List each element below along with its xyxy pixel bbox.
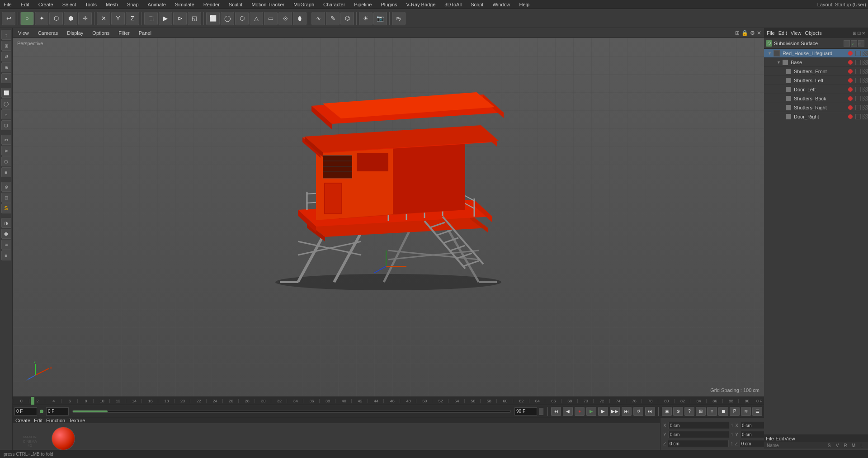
sidebar-axis[interactable]: ⊗ <box>1 182 11 192</box>
tick-38[interactable]: 38 <box>319 399 335 403</box>
render-region-button[interactable]: ⬚ <box>144 12 158 25</box>
tick-66[interactable]: 66 <box>545 399 561 403</box>
tick-80[interactable]: 80 <box>658 399 674 403</box>
tick-44[interactable]: 44 <box>368 399 384 403</box>
menu-window[interactable]: Window <box>491 2 512 7</box>
tick-28[interactable]: 28 <box>238 399 255 403</box>
tick-78[interactable]: 78 <box>642 399 658 403</box>
tick-58[interactable]: 58 <box>480 399 496 403</box>
tick-32[interactable]: 32 <box>271 399 287 403</box>
list-icon[interactable]: ☰ <box>752 407 762 416</box>
tick-54[interactable]: 54 <box>448 399 464 403</box>
sidebar-texture2[interactable]: ⬢ <box>1 229 11 239</box>
goto-end-button[interactable]: ⏭ <box>622 407 632 416</box>
sidebar-select-live[interactable]: ● <box>1 73 11 83</box>
mat-function[interactable]: Function <box>46 418 65 423</box>
menu-snap[interactable]: Snap <box>125 2 141 7</box>
menu-motiontracker[interactable]: Motion Tracker <box>250 2 286 7</box>
menu-create[interactable]: Create <box>37 2 55 7</box>
stop2-icon[interactable]: ◼ <box>718 407 728 416</box>
obj-header-objects[interactable]: Objects <box>805 30 821 36</box>
current-frame-input[interactable] <box>14 407 37 416</box>
tick-40[interactable]: 40 <box>335 399 351 403</box>
sidebar-layer[interactable]: ≡ <box>1 250 11 260</box>
tick-4[interactable]: 4 <box>45 399 61 403</box>
tool-xref[interactable]: ✕ <box>97 12 110 25</box>
tick-8[interactable]: 8 <box>77 399 94 403</box>
sidebar-s[interactable]: S <box>1 203 11 213</box>
subdiv-ctrl2[interactable]: ✓ <box>851 40 857 47</box>
menu-edit[interactable]: Edit <box>19 2 31 7</box>
tool-camera[interactable]: 📷 <box>373 12 387 25</box>
tool-sphere[interactable]: ◯ <box>221 12 234 25</box>
sidebar-lasso[interactable]: ⌂ <box>1 109 11 119</box>
undo-button[interactable]: ↩ <box>2 12 15 25</box>
tool-box[interactable]: ⬜ <box>206 12 220 25</box>
obj-header-edit[interactable]: Edit <box>778 30 787 36</box>
render-pv-button[interactable]: ◱ <box>188 12 201 25</box>
sidebar-circle-select[interactable]: ◯ <box>1 99 11 109</box>
menu-sculpt[interactable]: Sculpt <box>227 2 245 7</box>
timeline-playhead[interactable] <box>31 397 34 405</box>
tool-python[interactable]: Py <box>392 12 406 25</box>
menu-render[interactable]: Render <box>202 2 222 7</box>
tick-10[interactable]: 10 <box>93 399 109 403</box>
obj-header-view[interactable]: View <box>791 30 802 36</box>
obj-header-file[interactable]: File <box>767 30 775 36</box>
obj-manager-icon1[interactable]: ⊞ <box>853 31 856 36</box>
menu-script[interactable]: Script <box>469 2 485 7</box>
mat-edit[interactable]: Edit <box>34 418 42 423</box>
stop-icon[interactable]: ⊗ <box>673 407 683 416</box>
tick-84[interactable]: 84 <box>690 399 706 403</box>
viewport-menu-cameras[interactable]: Cameras <box>35 29 61 37</box>
tick-62[interactable]: 62 <box>513 399 529 403</box>
mode-uv-button[interactable]: ✛ <box>78 12 92 25</box>
tool-capsule[interactable]: ⬮ <box>293 12 307 25</box>
obj-manager-icon2[interactable]: ⊡ <box>857 31 861 36</box>
viewport[interactable]: Perspective <box>13 38 764 397</box>
menu-character[interactable]: Character <box>321 2 347 7</box>
tick-70[interactable]: 70 <box>577 399 594 403</box>
viewport-settings-icon[interactable]: ⚙ <box>750 30 755 36</box>
obj-chk-2[interactable] <box>855 69 861 74</box>
viewport-menu-display[interactable]: Display <box>64 29 86 37</box>
menu-mograph[interactable]: MoGraph <box>292 2 316 7</box>
layer-icon[interactable]: ≡ <box>707 407 717 416</box>
mode-edges-button[interactable]: ⬡ <box>49 12 63 25</box>
mat-create[interactable]: Create <box>15 418 30 423</box>
sidebar-scale[interactable]: ⊞ <box>1 41 11 51</box>
tick-60[interactable]: 60 <box>496 399 513 403</box>
tick-68[interactable]: 68 <box>561 399 577 403</box>
snap-icon[interactable]: ⊞ <box>696 407 706 416</box>
mat-texture[interactable]: Texture <box>69 418 85 423</box>
sidebar-rotate[interactable]: ↺ <box>1 52 11 61</box>
tool-spline[interactable]: ∿ <box>311 12 325 25</box>
tick-12[interactable]: 12 <box>109 399 126 403</box>
tick-42[interactable]: 42 <box>351 399 368 403</box>
play-button[interactable]: ▶ <box>586 407 596 416</box>
viewport-lock-icon[interactable]: 🔒 <box>741 30 748 36</box>
mode-object-button[interactable]: ○ <box>20 12 34 25</box>
end-frame-stepper[interactable] <box>539 408 543 415</box>
goto-end2-button[interactable]: ⏭ <box>645 407 655 416</box>
obj-chk-6[interactable] <box>855 105 861 110</box>
tick-64[interactable]: 64 <box>529 399 545 403</box>
menu-file[interactable]: File <box>2 2 14 7</box>
render-all-button[interactable]: ⊳ <box>173 12 187 25</box>
obj-shutters-front[interactable]: Shutters_Front <box>764 67 868 76</box>
viewport-menu-panel[interactable]: Panel <box>136 29 154 37</box>
x-position-input[interactable] <box>668 422 729 429</box>
tick-36[interactable]: 36 <box>303 399 319 403</box>
tick-82[interactable]: 82 <box>674 399 690 403</box>
tick-50[interactable]: 50 <box>416 399 432 403</box>
menu-select[interactable]: Select <box>61 2 78 7</box>
tick-22[interactable]: 22 <box>190 399 206 403</box>
obj-manager-icon3[interactable]: ✕ <box>862 31 865 36</box>
subdiv-ctrl3[interactable]: ⊞ <box>858 40 864 47</box>
tick-6[interactable]: 6 <box>61 399 77 403</box>
viewport-close-icon[interactable]: ✕ <box>757 30 761 36</box>
sidebar-extrude[interactable]: ⊳ <box>1 146 11 156</box>
z-position-input[interactable] <box>668 440 729 447</box>
tool-bezier[interactable]: ⌬ <box>340 12 354 25</box>
subdiv-ctrl1[interactable] <box>844 40 850 47</box>
